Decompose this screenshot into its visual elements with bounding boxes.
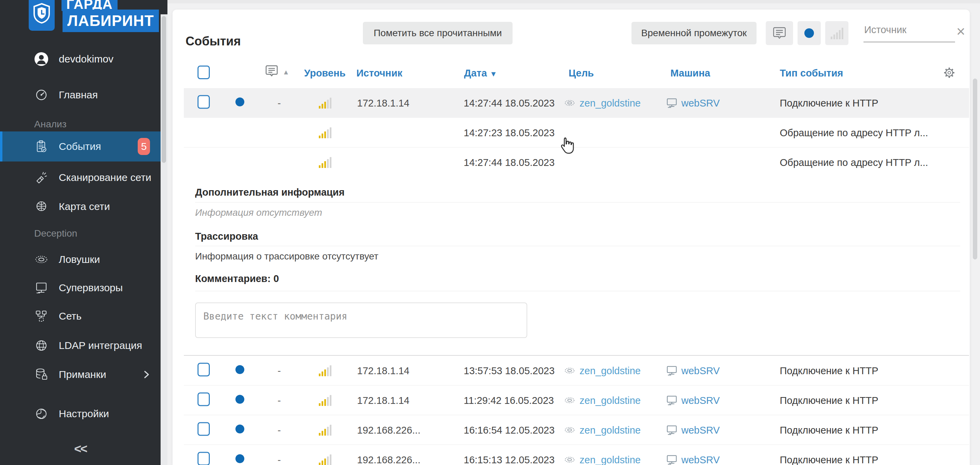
source-ip: 192.168.226... bbox=[357, 454, 420, 465]
level-icon bbox=[319, 98, 331, 109]
comments-count: - bbox=[272, 365, 287, 376]
machine-link[interactable]: webSRV bbox=[681, 454, 720, 465]
event-date: 13:57:53 18.05.2023 bbox=[464, 365, 555, 376]
sidebar-item-network-map[interactable]: Карта сети bbox=[0, 194, 161, 219]
comments-title: Комментариев: 0 bbox=[195, 273, 279, 284]
source-ip: 172.18.1.14 bbox=[357, 97, 409, 109]
sidebar-item-ldap[interactable]: LDAP интеграция bbox=[0, 333, 161, 358]
sidebar-item-events[interactable]: События 5 bbox=[0, 132, 161, 162]
brand-logo[interactable] bbox=[29, 0, 55, 31]
app-window: ГАРДА ЛАБИРИНТ devdokimov Главная Анализ… bbox=[0, 0, 980, 465]
sidebar-item-label: Ловушки bbox=[59, 254, 100, 265]
additional-info-empty: Информация отсутствует bbox=[195, 207, 322, 218]
monitor-icon bbox=[666, 395, 678, 406]
sidebar-item-network-scan[interactable]: Сканирование сети bbox=[0, 165, 161, 190]
column-level[interactable]: Уровень bbox=[304, 68, 345, 79]
comments-column-icon[interactable] bbox=[264, 64, 279, 78]
row-checkbox[interactable] bbox=[197, 363, 210, 376]
comments-count: - bbox=[272, 395, 287, 406]
source-filter-input[interactable] bbox=[864, 24, 956, 36]
user-avatar-icon bbox=[34, 52, 49, 66]
comments-count: - bbox=[272, 97, 287, 109]
trap-icon bbox=[34, 252, 49, 267]
sidebar-item-label: Главная bbox=[59, 89, 98, 101]
user-name: devdokimov bbox=[59, 53, 113, 65]
trap-icon bbox=[563, 396, 576, 405]
target-link[interactable]: zen_goldstine bbox=[579, 395, 641, 406]
row-checkbox[interactable] bbox=[197, 422, 210, 436]
target-link[interactable]: zen_goldstine bbox=[579, 454, 641, 465]
event-date: 14:27:23 18.05.2023 bbox=[464, 127, 555, 138]
column-type[interactable]: Тип события bbox=[780, 68, 843, 79]
target-link[interactable]: zen_goldstine bbox=[579, 97, 641, 109]
unread-dot bbox=[235, 454, 244, 463]
source-filter-field bbox=[864, 24, 955, 42]
column-date[interactable]: Дата ▼ bbox=[464, 68, 497, 79]
sidebar-scrollbar[interactable] bbox=[161, 14, 167, 465]
target-link[interactable]: zen_goldstine bbox=[579, 424, 641, 436]
table-row[interactable]: - 172.18.1.14 13:57:53 18.05.2023 zen_go… bbox=[173, 356, 970, 386]
sidebar-item-label: События bbox=[59, 141, 101, 152]
sidebar-item-label: Сканирование сети bbox=[59, 172, 151, 183]
sort-desc-icon: ▼ bbox=[490, 70, 497, 78]
sidebar-collapse-button[interactable]: << bbox=[0, 442, 161, 456]
table-row[interactable]: - 192.168.226... 16:16:54 12.05.2023 zen… bbox=[173, 415, 970, 445]
comments-filter-button[interactable] bbox=[766, 21, 793, 45]
machine-link[interactable]: webSRV bbox=[681, 395, 720, 406]
sidebar-item-label: LDAP интеграция bbox=[59, 340, 142, 351]
unread-dot-icon bbox=[804, 29, 814, 38]
machine-link[interactable]: webSRV bbox=[681, 97, 720, 109]
machine-link[interactable]: webSRV bbox=[681, 424, 720, 436]
sidebar-item-label: Супервизоры bbox=[59, 282, 123, 294]
target-link[interactable]: zen_goldstine bbox=[579, 365, 641, 376]
level-icon bbox=[319, 365, 331, 376]
sidebar-scrollbar-thumb[interactable] bbox=[162, 16, 166, 163]
sidebar-item-label: Настройки bbox=[59, 408, 109, 420]
level-icon bbox=[319, 454, 331, 465]
table-row[interactable]: - 172.18.1.14 14:27:44 18.05.2023 zen_go… bbox=[173, 88, 970, 118]
table-row[interactable]: - 172.18.1.14 11:29:42 16.05.2023 zen_go… bbox=[173, 386, 970, 415]
table-row[interactable]: 14:27:44 18.05.2023 Обращение по адресу … bbox=[173, 148, 970, 177]
event-type: Подключение к HTTP bbox=[780, 395, 878, 406]
mark-all-read-button[interactable]: Пометить все прочитанными bbox=[363, 22, 512, 44]
column-machine[interactable]: Машина bbox=[670, 68, 710, 79]
sidebar-item-decoys[interactable]: Приманки bbox=[0, 362, 161, 387]
unread-dot bbox=[235, 395, 244, 403]
user-account[interactable]: devdokimov bbox=[34, 52, 113, 66]
comment-input[interactable] bbox=[195, 303, 527, 338]
row-checkbox[interactable] bbox=[197, 392, 210, 406]
sidebar-item-supervisors[interactable]: Супервизоры bbox=[0, 276, 161, 300]
machine-link[interactable]: webSRV bbox=[681, 365, 720, 376]
unread-filter-button[interactable] bbox=[797, 21, 821, 45]
table-row[interactable]: 14:27:23 18.05.2023 Обращение по адресу … bbox=[173, 118, 970, 148]
select-all-checkbox[interactable] bbox=[197, 65, 210, 79]
monitor-icon bbox=[666, 365, 678, 376]
monitor-icon bbox=[666, 425, 678, 436]
sort-asc-icon: ▲ bbox=[283, 68, 290, 76]
sidebar-item-network[interactable]: Сеть bbox=[0, 304, 161, 329]
signal-bars-icon bbox=[830, 27, 843, 39]
column-source[interactable]: Источник bbox=[356, 68, 402, 79]
gauge-icon bbox=[34, 88, 49, 102]
chevron-right-icon[interactable] bbox=[143, 370, 150, 380]
column-target[interactable]: Цель bbox=[569, 68, 594, 79]
row-checkbox[interactable] bbox=[197, 452, 210, 465]
table-settings-gear-icon[interactable] bbox=[941, 64, 958, 81]
main-scrollbar-thumb[interactable] bbox=[973, 79, 977, 259]
sidebar: ГАРДА ЛАБИРИНТ devdokimov Главная Анализ… bbox=[0, 0, 167, 465]
sidebar-item-traps[interactable]: Ловушки bbox=[0, 247, 161, 272]
clear-filter-icon[interactable]: × bbox=[956, 22, 965, 40]
sidebar-item-label: Приманки bbox=[59, 369, 106, 380]
level-filter-button[interactable] bbox=[825, 21, 848, 45]
row-checkbox[interactable] bbox=[197, 95, 210, 109]
monitor-icon bbox=[666, 454, 678, 465]
sidebar-item-settings[interactable]: Настройки bbox=[0, 402, 161, 426]
trace-empty: Информация о трассировке отсутсутвует bbox=[195, 251, 378, 262]
sidebar-item-home[interactable]: Главная bbox=[0, 83, 161, 107]
shield-labyrinth-icon bbox=[33, 3, 51, 24]
event-date: 16:15:13 12.05.2023 bbox=[464, 454, 555, 465]
table-row[interactable]: - 192.168.226... 16:15:13 12.05.2023 zen… bbox=[173, 445, 970, 465]
trap-icon bbox=[563, 366, 576, 375]
source-ip: 172.18.1.14 bbox=[357, 395, 409, 406]
time-range-button[interactable]: Временной промежуток bbox=[632, 22, 757, 44]
